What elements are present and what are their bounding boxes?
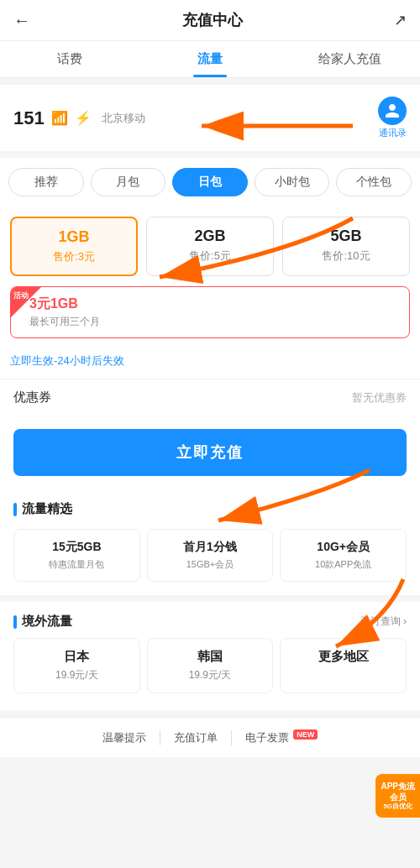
footer-invoice-text: 电子发票 (245, 731, 289, 744)
featured-card-0[interactable]: 15元5GB 特惠流量月包 (13, 529, 140, 582)
user-number: 151 (13, 107, 45, 129)
package-size-1: 2GB (154, 227, 266, 245)
featured-card-1[interactable]: 首月1分钱 15GB+会员 (147, 529, 274, 582)
pkg-tab-tuijian[interactable]: 推荐 (8, 168, 84, 196)
package-card-1[interactable]: 2GB 售价:5元 (146, 217, 274, 276)
package-size-2: 5GB (290, 227, 402, 245)
app-badge-line2: 会员 (381, 792, 415, 803)
app-badge-line3: 5G自优化 (381, 803, 415, 811)
user-location: 北京移动 (102, 111, 145, 126)
featured-title-text: 流量精选 (22, 501, 72, 517)
user-bar: 151 📶 ⚡ 北京移动 通讯录 (0, 85, 420, 151)
featured-grid: 15元5GB 特惠流量月包 首月1分钱 15GB+会员 10G+会员 10款AP… (0, 526, 420, 595)
featured-title-1: 首月1分钱 (155, 540, 266, 555)
overseas-card-0[interactable]: 日本 19.9元/天 (13, 638, 140, 693)
package-card-2[interactable]: 5GB 售价:10元 (282, 217, 410, 276)
export-icon[interactable]: ↗ (394, 11, 407, 29)
promo-info: 3元1GB 最长可用三个月 (29, 295, 100, 329)
package-size-0: 1GB (18, 228, 129, 246)
package-tabs: 推荐 月包 日包 小时包 个性包 (0, 158, 420, 207)
tab-jiaren[interactable]: 给家人充值 (280, 41, 420, 77)
overseas-price-1: 19.9元/天 (155, 668, 266, 682)
featured-title-2: 10G+会员 (287, 540, 399, 555)
featured-card-2[interactable]: 10G+会员 10款APP免流 (280, 529, 407, 582)
packages-grid: 1GB 售价:3元 2GB 售价:5元 5GB 售价:10元 (0, 207, 420, 286)
overseas-grid: 日本 19.9元/天 韩国 19.9元/天 更多地区 (0, 635, 420, 710)
overseas-title-text: 境外流量 (22, 614, 72, 630)
pkg-tab-ribao[interactable]: 日包 (172, 168, 248, 196)
footer: 温馨提示 充值订单 电子发票 NEW (0, 717, 420, 757)
new-badge: NEW (293, 729, 318, 740)
contact-button[interactable]: 通讯录 (378, 97, 407, 139)
pkg-tab-gexing[interactable]: 个性包 (336, 168, 412, 196)
promo-card[interactable]: 活动 3元1GB 最长可用三个月 (10, 286, 410, 338)
contact-label: 通讯录 (379, 127, 407, 139)
footer-link-order[interactable]: 充值订单 (160, 730, 232, 745)
promo-section: 活动 3元1GB 最长可用三个月 (0, 286, 420, 348)
overseas-card-1[interactable]: 韩国 19.9元/天 (147, 638, 274, 693)
validity-text: 立即生效-24小时后失效 (0, 348, 420, 379)
overseas-name-0: 日本 (21, 649, 133, 665)
pkg-tab-xiaoshi[interactable]: 小时包 (255, 168, 330, 196)
header: ← 充值中心 ↗ (0, 0, 420, 41)
promo-desc: 最长可用三个月 (29, 315, 100, 329)
package-price-2: 售价:10元 (290, 248, 402, 264)
package-price-1: 售价:5元 (154, 248, 266, 264)
package-card-0[interactable]: 1GB 售价:3元 (10, 217, 138, 276)
tab-liuliang[interactable]: 流量 (140, 41, 281, 77)
promo-corner-text: 活动 (13, 290, 29, 301)
featured-sub-2: 10款APP免流 (287, 558, 399, 571)
page-title: 充值中心 (182, 10, 243, 30)
top-tabs: 话费 流量 给家人充值 (0, 41, 420, 78)
featured-sub-1: 15GB+会员 (155, 558, 266, 571)
overseas-name-1: 韩国 (155, 649, 266, 665)
overseas-more-link[interactable]: 已订查询 › (360, 614, 407, 629)
charge-button-wrapper: 立即充值 (0, 416, 420, 489)
coupon-value: 暂无优惠券 (352, 390, 407, 405)
featured-sub-0: 特惠流量月包 (21, 558, 133, 571)
overseas-title-wrap: 境外流量 (13, 614, 72, 630)
overseas-name-2: 更多地区 (287, 649, 399, 665)
signal-icon: 📶 (51, 110, 68, 126)
coupon-row[interactable]: 优惠券 暂无优惠券 (0, 379, 420, 416)
overseas-card-2[interactable]: 更多地区 (280, 638, 407, 693)
flash-icon: ⚡ (75, 110, 92, 126)
featured-section-title: 流量精选 (0, 489, 420, 526)
app-badge-line1: APP免流 (381, 781, 415, 792)
overseas-price-0: 19.9元/天 (21, 668, 133, 682)
overseas-bar-icon (13, 615, 17, 629)
user-info: 151 📶 ⚡ 北京移动 (13, 107, 145, 129)
featured-title-0: 15元5GB (21, 540, 133, 555)
back-button[interactable]: ← (13, 11, 30, 30)
promo-title: 3元1GB (29, 295, 100, 313)
tab-huafei[interactable]: 话费 (0, 41, 140, 77)
charge-button[interactable]: 立即充值 (13, 429, 407, 476)
footer-link-warmtip[interactable]: 温馨提示 (89, 730, 160, 745)
pkg-tab-yuebao[interactable]: 月包 (91, 168, 166, 196)
footer-link-invoice[interactable]: 电子发票 NEW (232, 729, 332, 745)
app-badge[interactable]: APP免流 会员 5G自优化 (375, 774, 420, 818)
overseas-header: 境外流量 已订查询 › (0, 602, 420, 635)
section-bar-icon (13, 503, 17, 516)
contact-icon (378, 97, 407, 125)
coupon-label: 优惠券 (13, 390, 51, 405)
package-price-0: 售价:3元 (18, 249, 129, 264)
